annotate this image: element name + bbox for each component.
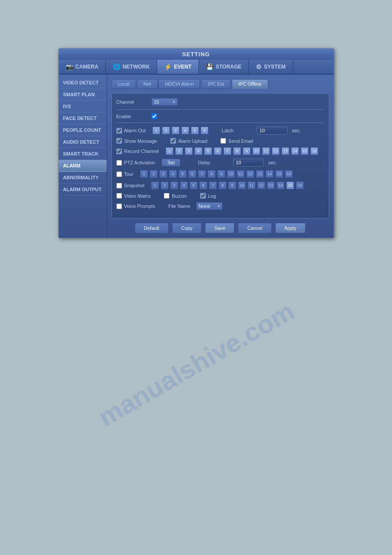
tour-num-12[interactable]: 12 [246, 170, 254, 178]
tour-num-14[interactable]: 14 [266, 170, 273, 178]
ptz-activation-checkbox[interactable] [116, 160, 122, 166]
sub-tab-net[interactable]: Net [137, 79, 158, 89]
rc-num-8[interactable]: 8 [233, 147, 241, 155]
tour-num-5[interactable]: 5 [179, 170, 187, 178]
snap-num-2[interactable]: 2 [161, 181, 169, 189]
sidebar-item-ivs[interactable]: IVS [59, 101, 107, 112]
rc-num-14[interactable]: 14 [291, 147, 299, 155]
alarm-out-num-5[interactable]: 5 [191, 127, 199, 134]
snap-num-5[interactable]: 5 [190, 181, 198, 189]
snap-num-13[interactable]: 13 [267, 181, 275, 189]
file-name-select[interactable]: None [196, 202, 223, 210]
tab-network[interactable]: 🌐 NETWORK [106, 60, 157, 74]
tour-num-16[interactable]: 16 [285, 170, 293, 178]
tour-num-9[interactable]: 9 [217, 170, 225, 178]
record-channel-checkbox[interactable] [116, 149, 122, 154]
sidebar-item-alarm-output[interactable]: ALARM OUTPUT [59, 184, 107, 196]
tour-numbers: 1 2 3 4 5 6 7 8 9 10 11 12 13 14 [140, 170, 293, 178]
apply-button[interactable]: Apply [275, 223, 306, 233]
alarm-out-num-4[interactable]: 4 [181, 127, 189, 134]
rc-num-13[interactable]: 13 [281, 147, 289, 155]
show-message-checkbox-row: Show Message [116, 138, 157, 144]
tour-num-2[interactable]: 2 [150, 170, 158, 178]
rc-num-9[interactable]: 9 [243, 147, 251, 155]
tab-camera[interactable]: 📷 CAMERA [59, 60, 106, 74]
snap-num-14[interactable]: 14 [277, 181, 284, 189]
default-button[interactable]: Default [135, 223, 169, 233]
snap-num-3[interactable]: 3 [170, 181, 178, 189]
sidebar-item-smart-track[interactable]: SMART TRACK [59, 148, 107, 160]
tab-system[interactable]: ⚙ SYSTEM [249, 60, 293, 74]
sidebar-item-face-detect[interactable]: FACE DETECT [59, 112, 107, 124]
channel-select[interactable]: 15 123 [151, 98, 178, 106]
rc-num-7[interactable]: 7 [223, 147, 231, 155]
rc-num-10[interactable]: 10 [252, 147, 260, 155]
sidebar-item-video-detect[interactable]: VIDEO DETECT [59, 77, 107, 89]
tab-event[interactable]: ⚡ EVENT [157, 60, 199, 74]
sub-tab-ipc-offline[interactable]: IPC Offline [232, 79, 268, 89]
snap-num-8[interactable]: 8 [219, 181, 227, 189]
snap-num-16[interactable]: 16 [296, 181, 304, 189]
sidebar-item-people-count[interactable]: PEOPLE COUNT [59, 124, 107, 136]
save-button[interactable]: Save [205, 223, 234, 233]
rc-num-5[interactable]: 5 [204, 147, 212, 155]
tour-checkbox[interactable] [116, 171, 122, 177]
rc-num-15[interactable]: 15 [301, 147, 309, 155]
snapshot-checkbox[interactable] [116, 183, 122, 189]
enable-checkbox[interactable] [151, 113, 157, 119]
rc-num-6[interactable]: 6 [214, 147, 222, 155]
tour-num-4[interactable]: 4 [169, 170, 177, 178]
copy-button[interactable]: Copy [172, 223, 202, 233]
rc-num-12[interactable]: 12 [272, 147, 280, 155]
sidebar-item-smart-plan[interactable]: SMART PLAN [59, 89, 107, 101]
sidebar-item-alarm[interactable]: ALARM [59, 160, 107, 172]
alarm-out-checkbox[interactable] [116, 128, 122, 134]
snap-num-9[interactable]: 9 [228, 181, 236, 189]
sub-tab-ipc-ext[interactable]: IPC Ext [201, 79, 230, 89]
tour-num-1[interactable]: 1 [140, 170, 148, 178]
alarm-out-num-1[interactable]: 1 [152, 127, 160, 134]
show-message-checkbox[interactable] [116, 138, 122, 144]
delay-input[interactable] [233, 159, 264, 167]
tour-num-7[interactable]: 7 [198, 170, 206, 178]
video-matrix-checkbox[interactable] [116, 193, 122, 199]
send-email-checkbox[interactable] [220, 138, 226, 144]
tour-num-10[interactable]: 10 [227, 170, 235, 178]
voice-prompts-checkbox[interactable] [116, 203, 122, 209]
tab-storage[interactable]: 💾 STORAGE [199, 60, 249, 74]
snap-num-6[interactable]: 6 [199, 181, 207, 189]
log-checkbox[interactable] [200, 193, 206, 199]
set-button[interactable]: Set [162, 159, 180, 167]
tour-num-11[interactable]: 11 [237, 170, 245, 178]
rc-num-2[interactable]: 2 [175, 147, 183, 155]
tour-num-15[interactable]: 15 [275, 170, 283, 178]
cancel-button[interactable]: Cancel [238, 223, 271, 233]
tour-num-6[interactable]: 6 [188, 170, 196, 178]
snap-num-11[interactable]: 11 [248, 181, 255, 189]
rc-num-16[interactable]: 16 [310, 147, 318, 155]
snap-num-1[interactable]: 1 [151, 181, 159, 189]
record-channel-checkbox-row: Record Channel [116, 149, 159, 154]
alarm-out-num-6[interactable]: 6 [201, 127, 209, 134]
sub-tab-local[interactable]: Local [111, 79, 136, 89]
tour-num-13[interactable]: 13 [256, 170, 264, 178]
snap-num-4[interactable]: 4 [180, 181, 188, 189]
sidebar-item-abnormality[interactable]: ABNORMALITY [59, 172, 107, 184]
rc-num-4[interactable]: 4 [194, 147, 202, 155]
alarm-out-num-2[interactable]: 2 [162, 127, 170, 134]
alarm-upload-checkbox[interactable] [170, 138, 176, 144]
rc-num-3[interactable]: 3 [185, 147, 193, 155]
sidebar-item-audio-detect[interactable]: AUDIO DETECT [59, 136, 107, 148]
snap-num-15[interactable]: 15 [286, 181, 294, 189]
tour-num-8[interactable]: 8 [208, 170, 216, 178]
rc-num-1[interactable]: 1 [165, 147, 173, 155]
buzzer-checkbox[interactable] [164, 193, 169, 199]
sub-tab-hdcvi-alarm[interactable]: HDCVI Alarm [158, 79, 200, 89]
snap-num-10[interactable]: 10 [238, 181, 246, 189]
tour-num-3[interactable]: 3 [159, 170, 167, 178]
alarm-out-num-3[interactable]: 3 [172, 127, 180, 134]
snap-num-7[interactable]: 7 [209, 181, 217, 189]
snap-num-12[interactable]: 12 [257, 181, 265, 189]
rc-num-11[interactable]: 11 [262, 147, 270, 155]
latch-input[interactable] [257, 127, 288, 134]
